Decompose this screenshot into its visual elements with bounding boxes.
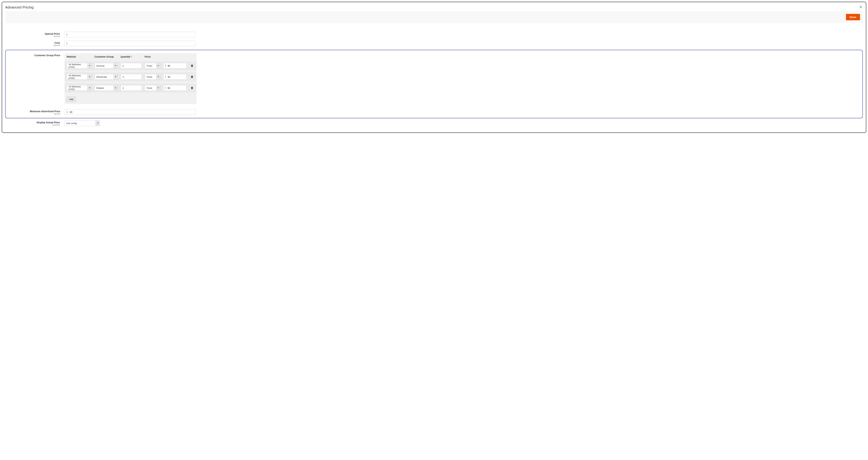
group-price-row: All Websites [USD]GeneralFixed$ xyxy=(65,61,196,70)
price-input[interactable] xyxy=(168,63,187,68)
currency-prefix: $ xyxy=(65,111,70,113)
scope-website: [website] xyxy=(5,124,60,126)
currency-prefix: $ xyxy=(163,87,168,89)
website-value[interactable]: All Websites [USD] xyxy=(67,63,87,68)
group-price-row: All Websites [USD]WholesaleFixed$ xyxy=(65,72,196,81)
customer-group-value[interactable]: Wholesale xyxy=(95,74,113,79)
display-actual-price-label: Display Actual Price xyxy=(5,121,60,124)
price-input-wrap[interactable]: $ xyxy=(163,74,187,79)
website-select[interactable]: All Websites [USD] xyxy=(67,74,92,79)
action-bar: Done xyxy=(5,11,863,23)
currency-prefix: $ xyxy=(64,42,69,45)
header-quantity: Quantity * xyxy=(121,55,142,58)
done-button[interactable]: Done xyxy=(846,14,860,20)
add-button[interactable]: Add xyxy=(67,97,76,102)
modal-header: Advanced Pricing xyxy=(5,5,863,11)
trash-icon[interactable] xyxy=(189,75,194,78)
header-price: Price xyxy=(145,55,160,58)
map-input[interactable] xyxy=(70,109,195,114)
price-input[interactable] xyxy=(168,74,187,79)
special-price-label: Special Price xyxy=(5,32,60,35)
special-price-input-wrap[interactable]: $ xyxy=(64,32,195,37)
customer-group-select[interactable]: Wholesale xyxy=(94,74,118,79)
highlighted-section: Customer Group Price Website Customer Gr… xyxy=(5,50,863,118)
cost-row: Cost [global] $ xyxy=(5,41,863,46)
price-input-wrap[interactable]: $ xyxy=(163,63,187,68)
customer-group-value[interactable]: General xyxy=(95,63,113,68)
cost-label: Cost xyxy=(5,41,60,44)
customer-group-price-label: Customer Group Price xyxy=(5,54,60,57)
required-mark: * xyxy=(131,55,132,58)
price-input-wrap[interactable]: $ xyxy=(163,85,187,91)
group-price-row: All Websites [USD]RetailerFixed$ xyxy=(65,84,196,93)
scope-global: [global] xyxy=(5,44,60,46)
price-type-value[interactable]: Fixed xyxy=(145,63,156,68)
chevron-down-icon[interactable] xyxy=(87,74,92,79)
price-type-value[interactable]: Fixed xyxy=(145,85,156,91)
quantity-input[interactable] xyxy=(121,63,142,68)
display-actual-price-row: Display Actual Price [website] Use confi… xyxy=(5,120,863,126)
currency-prefix: $ xyxy=(64,33,69,36)
modal-title: Advanced Pricing xyxy=(5,5,33,9)
chevron-down-icon[interactable] xyxy=(156,74,160,79)
min-advertised-price-label: Minimum Advertised Price xyxy=(5,110,60,113)
customer-group-price-row: Customer Group Price Website Customer Gr… xyxy=(5,53,863,104)
chevron-down-icon[interactable] xyxy=(114,85,118,91)
currency-prefix: $ xyxy=(163,64,168,67)
price-type-value[interactable]: Fixed xyxy=(145,74,156,79)
display-actual-price-value[interactable]: Use config xyxy=(64,121,95,126)
quantity-input[interactable] xyxy=(121,74,142,79)
cost-input[interactable] xyxy=(69,41,195,46)
chevron-down-icon[interactable] xyxy=(87,85,92,91)
website-select[interactable]: All Websites [USD] xyxy=(67,85,92,91)
header-customer-group: Customer Group xyxy=(94,55,118,58)
header-website: Website xyxy=(67,55,92,58)
map-input-wrap[interactable]: $ xyxy=(65,109,196,115)
min-advertised-price-row: Minimum Advertised Price [global] $ xyxy=(5,109,863,115)
trash-icon[interactable] xyxy=(189,64,194,67)
chevron-down-icon[interactable] xyxy=(87,63,92,68)
chevron-down-icon[interactable] xyxy=(156,63,160,68)
chevron-down-icon[interactable] xyxy=(114,63,118,68)
chevron-down-icon[interactable] xyxy=(156,85,160,91)
group-price-table: Website Customer Group Quantity * Price … xyxy=(65,53,196,104)
display-actual-price-select[interactable]: Use config xyxy=(64,120,100,126)
advanced-pricing-modal: Advanced Pricing Done Special Price [glo… xyxy=(2,2,866,133)
chevron-down-icon[interactable] xyxy=(114,74,118,79)
price-type-select[interactable]: Fixed xyxy=(145,63,160,68)
price-type-select[interactable]: Fixed xyxy=(145,74,160,79)
price-input[interactable] xyxy=(168,85,187,91)
trash-icon[interactable] xyxy=(189,87,194,89)
customer-group-select[interactable]: Retailer xyxy=(94,85,118,91)
price-type-select[interactable]: Fixed xyxy=(145,85,160,91)
scope-global: [global] xyxy=(5,35,60,37)
customer-group-value[interactable]: Retailer xyxy=(95,85,113,91)
website-select[interactable]: All Websites [USD] xyxy=(67,63,92,68)
website-value[interactable]: All Websites [USD] xyxy=(67,74,87,79)
cost-input-wrap[interactable]: $ xyxy=(64,41,195,46)
quantity-input[interactable] xyxy=(121,85,142,91)
group-price-header: Website Customer Group Quantity * Price xyxy=(65,53,196,61)
special-price-input[interactable] xyxy=(69,32,195,37)
currency-prefix: $ xyxy=(163,75,168,78)
special-price-row: Special Price [global] $ xyxy=(5,32,863,37)
chevron-down-icon[interactable] xyxy=(95,121,100,126)
scope-global: [global] xyxy=(5,113,60,115)
customer-group-select[interactable]: General xyxy=(94,63,118,68)
close-icon[interactable] xyxy=(859,5,863,9)
add-row-section: Add xyxy=(65,95,196,104)
website-value[interactable]: All Websites [USD] xyxy=(67,85,87,91)
